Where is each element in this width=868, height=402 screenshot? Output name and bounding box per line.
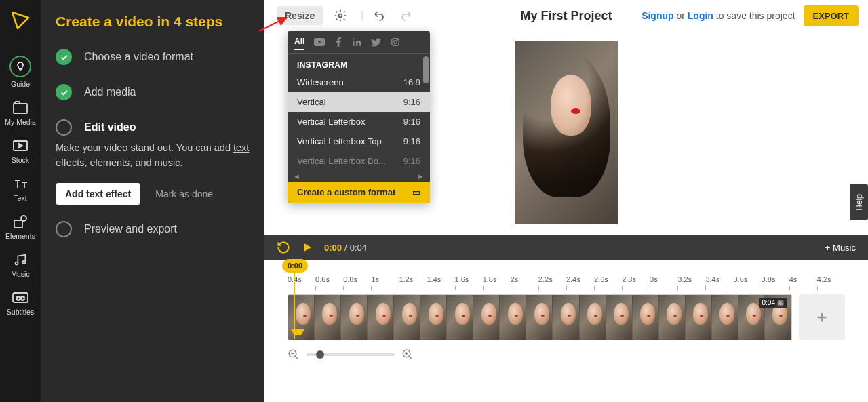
add-text-effect-button[interactable]: Add text effect [56, 183, 140, 205]
help-tab[interactable]: Help [850, 184, 868, 220]
add-clip-button[interactable] [799, 294, 845, 340]
film-icon [11, 138, 30, 153]
app-logo [9, 9, 31, 31]
playhead-time[interactable]: 0:00 [282, 259, 308, 273]
step-edit-video[interactable]: Edit video [56, 119, 250, 136]
folder-icon [11, 100, 30, 115]
dropdown-tabs: All [288, 31, 430, 54]
format-row-vertical[interactable]: Vertical9:16 [288, 92, 430, 112]
ruler-mark: 1s [371, 275, 399, 293]
ruler-mark: 2.4s [566, 275, 594, 293]
auth-prompt: Signup or Login to save this project [642, 10, 795, 21]
svg-point-15 [394, 41, 397, 44]
timeline-ruler[interactable]: 0.4s0.6s0.8s1s1.2s1.4s1.6s1.8s2s2.2s2.4s… [288, 275, 845, 293]
step-label: Preview and export [84, 223, 177, 235]
main-area: Resize | My First Project Signup or Logi… [264, 0, 868, 402]
youtube-icon[interactable] [314, 38, 325, 46]
login-link[interactable]: Login [688, 10, 713, 21]
link-elements[interactable]: elements [90, 157, 130, 168]
svg-rect-1 [14, 104, 27, 113]
format-row-vertical-letterbox[interactable]: Vertical Letterbox9:16 [288, 112, 430, 132]
clip-thumbnail [420, 295, 447, 340]
rail-item-subtitles[interactable]: CC Subtitles [0, 285, 41, 323]
ruler-mark: 4.2s [817, 275, 845, 293]
rail-item-stock[interactable]: Stock [0, 133, 41, 171]
linkedin-icon[interactable] [352, 37, 361, 47]
step-choose-format[interactable]: Choose a video format [56, 49, 250, 65]
ruler-mark: 3.6s [734, 275, 762, 293]
svg-point-13 [353, 38, 355, 40]
restart-button[interactable] [277, 241, 290, 254]
zoom-in-button[interactable] [401, 348, 414, 361]
video-clip[interactable]: 0:04 [288, 294, 792, 340]
facebook-icon[interactable] [334, 37, 342, 47]
format-row-vertical-letterbox-top[interactable]: Vertical Letterbox Top9:16 [288, 132, 430, 151]
clip-thumbnail [473, 295, 500, 340]
add-music-button[interactable]: + Music [825, 243, 856, 253]
clip-thumbnail [659, 295, 686, 340]
instagram-icon[interactable] [391, 37, 400, 47]
dropdown-heading: INSTAGRAM [288, 54, 430, 73]
step-preview-export[interactable]: Preview and export [56, 221, 250, 237]
ruler-mark: 1.8s [483, 275, 511, 293]
resize-dropdown: All INSTAGRAM Widescreen16:9 Vertical9:1… [288, 31, 430, 203]
time-separator: / [344, 243, 347, 253]
undo-button[interactable] [368, 5, 390, 26]
circle-icon [56, 221, 72, 237]
zoom-out-button[interactable] [288, 348, 300, 361]
ruler-mark: 1.4s [427, 275, 454, 293]
link-music[interactable]: music [155, 157, 180, 168]
format-row-more[interactable]: Vertical Letterbox Bo...9:16 [288, 151, 430, 171]
shapes-icon [11, 214, 30, 229]
zoom-slider[interactable] [307, 353, 395, 356]
mark-as-done-link[interactable]: Mark as done [155, 188, 213, 199]
left-rail: Guide My Media Stock Text Elements Music… [0, 0, 41, 402]
cc-icon: CC [11, 290, 30, 305]
ruler-mark: 0.4s [288, 275, 315, 293]
timeline: 0:00 0.4s0.6s0.8s1s1.2s1.4s1.6s1.8s2s2.2… [264, 260, 868, 367]
project-title[interactable]: My First Project [520, 9, 612, 23]
clip-thumbnail [686, 295, 712, 340]
signup-link[interactable]: Signup [642, 10, 673, 21]
svg-rect-3 [14, 220, 22, 228]
clip-duration-badge: 0:04 [759, 298, 787, 308]
rail-item-text[interactable]: Text [0, 171, 41, 209]
text-icon [11, 176, 30, 191]
lightbulb-icon [9, 56, 31, 77]
total-time: 0:04 [350, 243, 367, 253]
dropdown-nav: ◄► [288, 171, 430, 182]
scrollbar[interactable] [423, 56, 429, 83]
rail-item-guide[interactable]: Guide [0, 50, 41, 95]
nav-left-icon[interactable]: ◄ [293, 172, 300, 180]
nav-right-icon[interactable]: ► [417, 172, 425, 180]
svg-rect-12 [353, 41, 355, 46]
dropdown-tab-all[interactable]: All [294, 37, 304, 50]
video-preview[interactable] [515, 41, 618, 224]
redo-button[interactable] [395, 5, 417, 26]
settings-button[interactable] [330, 5, 351, 26]
clip-thumbnail [500, 295, 526, 340]
ruler-mark: 4s [789, 275, 817, 293]
svg-point-5 [15, 262, 18, 264]
svg-point-4 [21, 216, 26, 221]
svg-marker-17 [304, 243, 312, 252]
step-description: Make your video stand out. You can add t… [56, 141, 250, 171]
music-icon [11, 252, 30, 267]
play-button[interactable] [301, 241, 313, 254]
rail-item-elements[interactable]: Elements [0, 209, 41, 247]
clip-thumbnail [394, 295, 420, 340]
rail-item-music[interactable]: Music [0, 247, 41, 285]
svg-point-16 [397, 39, 398, 40]
resize-button[interactable]: Resize [277, 6, 323, 25]
step-label: Choose a video format [84, 51, 193, 63]
playhead-line[interactable] [294, 271, 295, 339]
export-button[interactable]: EXPORT [804, 5, 859, 26]
rail-label: Subtitles [7, 308, 34, 316]
format-row-widescreen[interactable]: Widescreen16:9 [288, 73, 430, 92]
rail-item-my-media[interactable]: My Media [0, 95, 41, 133]
clip-thumbnail [580, 295, 606, 340]
create-custom-format-button[interactable]: Create a custom format▭ [288, 182, 430, 203]
step-add-media[interactable]: Add media [56, 84, 250, 100]
check-icon [56, 84, 72, 100]
twitter-icon[interactable] [371, 38, 381, 47]
